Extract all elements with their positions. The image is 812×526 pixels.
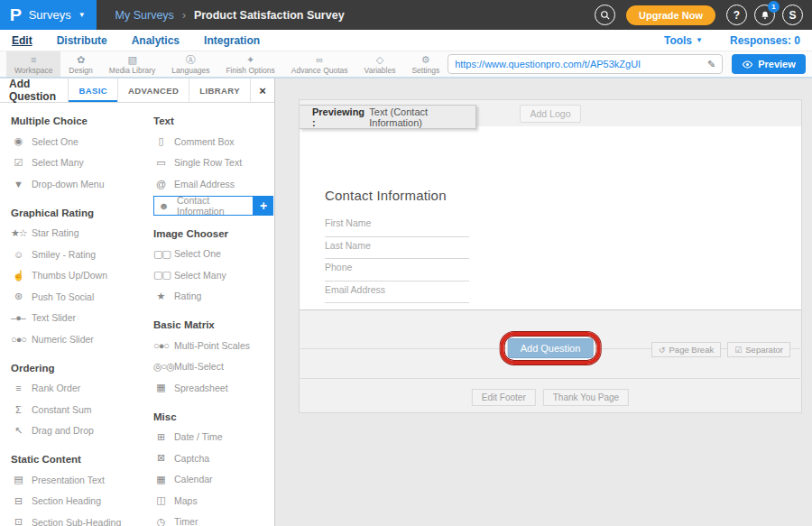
question-type-label: Maps xyxy=(174,495,198,506)
question-type-select-many[interactable]: ▢▢Select Many xyxy=(153,264,273,286)
question-type-thumbs-up-down[interactable]: ☝Thumbs Up/Down xyxy=(11,265,146,287)
question-type-label: Select Many xyxy=(174,270,226,281)
separator-button[interactable]: ☑ Separator xyxy=(727,342,790,357)
question-type-calendar[interactable]: ▦Calendar xyxy=(153,469,273,491)
field-phone[interactable]: Phone xyxy=(325,259,469,281)
tab-advanced[interactable]: ADVANCED xyxy=(117,78,189,102)
toolbar-item-languages[interactable]: ⒶLanguages xyxy=(163,51,217,77)
topbar: P Surveys ▼ My Surveys › Product Satisfa… xyxy=(0,0,812,30)
question-type-label: Contact Information xyxy=(177,195,247,217)
question-type-label: Date / Time xyxy=(174,431,223,442)
palette-icon: ✿ xyxy=(77,54,85,65)
question-type-select-one[interactable]: ◉Select One xyxy=(11,131,146,152)
add-logo-button[interactable]: Add Logo xyxy=(520,105,582,123)
multi-point-scales-icon: ○●○ xyxy=(153,340,168,351)
upgrade-now-button[interactable]: Upgrade Now xyxy=(626,5,715,25)
question-type-constant-sum[interactable]: ΣConstant Sum xyxy=(11,399,146,420)
section-image-chooser: Image Chooser▢▢Select One▢▢Select Many★R… xyxy=(153,228,273,308)
nav-tab-edit[interactable]: Edit xyxy=(12,34,32,47)
question-type-label: Section Heading xyxy=(32,495,101,506)
question-type-label: Drag and Drop xyxy=(32,425,94,436)
section-basic-matrix: Basic Matrix○●○Multi-Point Scales◎○◎Mult… xyxy=(153,319,273,399)
question-type-select-many[interactable]: ☑Select Many xyxy=(11,152,146,174)
toolbar-items: ≡Workspace✿Design▧Media LibraryⒶLanguage… xyxy=(6,51,448,77)
field-first-name[interactable]: First Name xyxy=(325,215,469,237)
question-type-drag-and-drop[interactable]: ↖Drag and Drop xyxy=(11,420,146,442)
survey-url-input[interactable]: https://www.questionpro.com/t/AP53kZgUI … xyxy=(448,54,723,74)
nav-tab-distribute[interactable]: Distribute xyxy=(57,34,107,47)
question-type-captcha[interactable]: ⊠Captcha xyxy=(153,448,273,469)
add-question-annotation-wrap: Add Question xyxy=(501,332,601,365)
tab-basic[interactable]: BASIC xyxy=(68,78,117,102)
search-button[interactable] xyxy=(595,5,615,25)
add-question-button[interactable]: Add Question xyxy=(508,338,594,358)
section-heading-icon: ⊟ xyxy=(11,495,25,507)
toolbar-item-variables[interactable]: ◇Variables xyxy=(356,51,404,77)
preview-button[interactable]: Preview xyxy=(732,54,806,74)
edit-footer-button[interactable]: Edit Footer xyxy=(472,389,536,406)
add-contact-information-button[interactable]: + xyxy=(254,196,273,216)
survey-url-value: https://www.questionpro.com/t/AP53kZgUI xyxy=(455,59,703,69)
question-type-date-time[interactable]: ⊞Date / Time xyxy=(153,427,273,448)
thank-you-page-button[interactable]: Thank You Page xyxy=(543,389,629,406)
question-type-comment-box[interactable]: ▯Comment Box xyxy=(153,131,273,152)
surveys-menu-button[interactable]: P Surveys ▼ xyxy=(0,0,97,30)
nav-tab-analytics[interactable]: Analytics xyxy=(132,34,180,47)
question-type-section-sub-heading[interactable]: ⊡Section Sub-Heading xyxy=(11,512,146,526)
question-type-timer[interactable]: ◷Timer xyxy=(153,512,273,526)
question-type-maps[interactable]: ◫Maps xyxy=(153,490,273,512)
question-type-text-slider[interactable]: –●–Text Slider xyxy=(11,308,146,329)
chevron-down-icon: ▼ xyxy=(696,36,703,44)
contact-information-preview: Contact Information First NameLast NameP… xyxy=(300,126,801,303)
question-type-contact-information[interactable]: ☻Contact Information xyxy=(153,196,254,216)
toolbar-item-workspace[interactable]: ≡Workspace xyxy=(6,51,60,77)
question-type-multi-point-scales[interactable]: ○●○Multi-Point Scales xyxy=(153,335,273,356)
question-type-email-address[interactable]: @Email Address xyxy=(153,173,273,195)
nav-tab-integration[interactable]: Integration xyxy=(204,34,260,47)
field-email-address[interactable]: Email Address xyxy=(325,281,469,304)
question-type-presentation-text[interactable]: ▤Presentation Text xyxy=(11,469,146,491)
notifications-button[interactable]: 1 xyxy=(754,5,775,25)
tools-menu-button[interactable]: Tools ▼ xyxy=(664,34,703,47)
help-button[interactable]: ? xyxy=(726,5,747,25)
toolbar-item-advance-quotas[interactable]: ∞Advance Quotas xyxy=(283,51,356,77)
tab-library[interactable]: LIBRARY xyxy=(189,78,250,102)
question-type-select-one[interactable]: ▢▢Select One xyxy=(153,244,273,265)
question-type-section-heading[interactable]: ⊟Section Heading xyxy=(11,491,146,512)
question-type-single-row-text[interactable]: ▭Single Row Text xyxy=(153,152,273,174)
question-type-multi-select[interactable]: ◎○◎Multi-Select xyxy=(153,356,273,378)
avatar[interactable]: S xyxy=(782,5,803,25)
field-last-name[interactable]: Last Name xyxy=(325,237,469,260)
question-type-smiley-rating[interactable]: ☺Smiley - Rating xyxy=(11,244,146,265)
question-column-1: Multiple Choice◉Select One☑Select Many▼D… xyxy=(11,103,146,526)
nav-right: Tools ▼ Responses: 0 xyxy=(664,34,800,47)
question-type-push-to-social[interactable]: ⊛Push To Social xyxy=(11,286,146,308)
section-title: Static Content xyxy=(11,454,146,465)
share-icon: ⊛ xyxy=(11,291,25,302)
breadcrumb-current-survey: Product Satisfaction Survey xyxy=(194,9,345,22)
breadcrumb-my-surveys[interactable]: My Surveys xyxy=(115,9,174,22)
chevron-down-icon: ▼ xyxy=(78,11,86,19)
question-type-rank-order[interactable]: ≡Rank Order xyxy=(11,378,146,400)
question-type-numeric-slider[interactable]: ○●○Numeric Slider xyxy=(11,328,146,350)
question-type-drop-down-menu[interactable]: ▼Drop-down Menu xyxy=(11,173,146,195)
page-break-button[interactable]: ↺ Page Break xyxy=(651,342,721,357)
question-type-rating[interactable]: ★Rating xyxy=(153,286,273,308)
toolbar-item-design[interactable]: ✿Design xyxy=(60,51,100,77)
toolbar-item-label: Advance Quotas xyxy=(291,66,348,75)
edit-url-pencil-icon[interactable]: ✎ xyxy=(703,59,715,70)
image-select-one-icon: ▢▢ xyxy=(153,248,168,260)
section-title: Misc xyxy=(153,411,273,422)
question-type-spreadsheet[interactable]: ▦Spreadsheet xyxy=(153,377,273,399)
question-type-star-rating[interactable]: ★☆Star Rating xyxy=(11,223,146,245)
close-panel-button[interactable]: × xyxy=(250,78,274,102)
selected-question-row: ☻Contact Information+ xyxy=(153,196,273,216)
toolbar-right: https://www.questionpro.com/t/AP53kZgUI … xyxy=(448,51,812,77)
section-title: Multiple Choice xyxy=(11,115,146,126)
section-title: Basic Matrix xyxy=(153,319,273,330)
magic-wand-icon: ✦ xyxy=(246,54,254,65)
toolbar-item-settings[interactable]: ⚙Settings xyxy=(403,51,448,77)
responses-count[interactable]: Responses: 0 xyxy=(730,34,800,47)
toolbar-item-finish-options[interactable]: ✦Finish Options xyxy=(217,51,282,77)
toolbar-item-media-library[interactable]: ▧Media Library xyxy=(101,51,164,77)
